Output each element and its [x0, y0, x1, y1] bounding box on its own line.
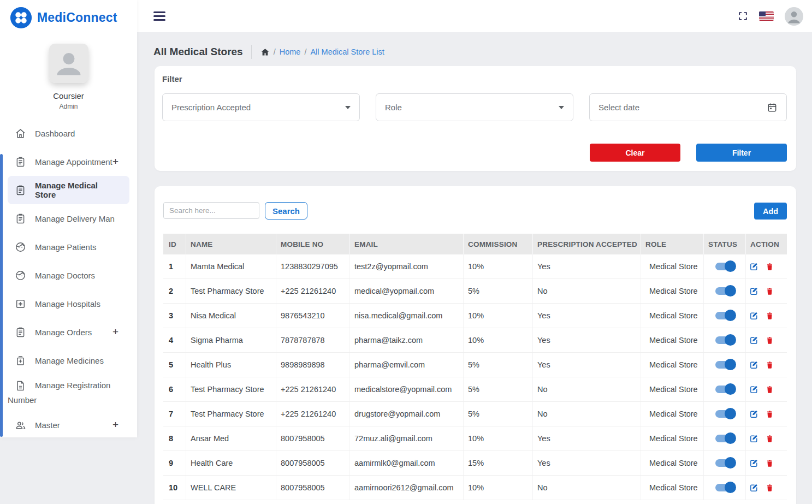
sidebar-item-manage-medical-store[interactable]: Manage Medical Store: [8, 176, 129, 204]
column-header-prescription-accepted: PRESCRIPTION ACCEPTED: [532, 234, 641, 254]
table-row: 6Test Pharmacy Store+225 21261240medical…: [163, 377, 787, 402]
breadcrumb-link-list[interactable]: All Medical Store List: [310, 48, 384, 56]
role-select[interactable]: Role: [376, 93, 573, 121]
hamburger-menu-icon[interactable]: [153, 11, 165, 23]
edit-button[interactable]: [749, 262, 758, 271]
chevron-down-icon: [345, 106, 351, 109]
edit-button[interactable]: [749, 385, 758, 394]
cell-role: Medical Store: [641, 254, 703, 278]
sidebar-item-manage-registration-number[interactable]: Manage Registration Number: [8, 375, 129, 411]
cell-role: Medical Store: [641, 353, 703, 377]
cell-prescription-accepted: Yes: [532, 451, 641, 475]
cell-prescription-accepted: Yes: [532, 328, 641, 352]
delete-button[interactable]: [766, 385, 774, 394]
expand-plus-icon: +: [112, 326, 118, 338]
add-button[interactable]: Add: [754, 203, 787, 220]
delete-button[interactable]: [766, 459, 774, 468]
table-body: 1Mamta Medical1238830297095test2z@yopmai…: [163, 254, 787, 500]
status-toggle[interactable]: [715, 410, 734, 418]
sidebar-scrollbar[interactable]: [0, 154, 3, 437]
cell-commission: 5%: [463, 377, 532, 401]
column-header-status: STATUS: [703, 234, 745, 254]
table-header-row: IDNAMEMOBILE NOEMAILCOMMISSIONPRESCRIPTI…: [163, 234, 787, 254]
sidebar-item-manage-patients[interactable]: Manage Patients: [8, 233, 129, 261]
page-title: All Medical Stores: [153, 46, 243, 58]
cell-role: Medical Store: [641, 328, 703, 352]
cell-commission: 10%: [463, 476, 532, 500]
clear-button[interactable]: Clear: [590, 144, 680, 162]
cell-action: [745, 304, 787, 328]
status-toggle[interactable]: [715, 361, 734, 369]
cell-action: [745, 328, 787, 352]
cell-email: medical@yopmail.com: [349, 279, 463, 303]
breadcrumb-link-home[interactable]: Home: [280, 48, 301, 56]
language-us-flag-icon[interactable]: [759, 11, 774, 21]
cell-name: Mamta Medical: [186, 254, 276, 278]
cell-name: Test Pharmacy Store: [186, 377, 276, 401]
sidebar-item-master[interactable]: Master+: [8, 411, 129, 439]
edit-button[interactable]: [749, 311, 758, 321]
user-avatar[interactable]: [785, 7, 803, 26]
status-toggle[interactable]: [715, 386, 734, 393]
cell-id: 3: [163, 304, 186, 328]
status-toggle[interactable]: [715, 459, 734, 467]
cell-action: [745, 279, 787, 303]
table-row: 8Ansar Med800795800572muz.ali@gmail.com1…: [163, 426, 787, 451]
cell-commission: 10%: [463, 426, 532, 450]
status-toggle[interactable]: [715, 312, 734, 319]
cell-action: [745, 377, 787, 401]
edit-button[interactable]: [749, 483, 758, 493]
delete-button[interactable]: [766, 287, 774, 296]
cell-role: Medical Store: [641, 304, 703, 328]
home-icon: [15, 128, 26, 139]
breadcrumb-separator: /: [304, 48, 306, 56]
sidebar-item-manage-orders[interactable]: Manage Orders+: [8, 318, 129, 346]
cell-status: [703, 304, 745, 328]
edit-button[interactable]: [749, 410, 758, 419]
cell-status: [703, 476, 745, 500]
cell-id: 4: [163, 328, 186, 352]
home-icon[interactable]: [260, 48, 270, 57]
delete-button[interactable]: [766, 262, 774, 271]
status-toggle[interactable]: [715, 287, 734, 295]
sidebar-item-dashboard[interactable]: Dashboard: [8, 119, 129, 147]
prescription-accepted-select[interactable]: Prescription Accepted: [162, 93, 360, 121]
medical-store-list-panel: Search Add IDNAMEMOBILE NOEMAILCOMMISSIO…: [155, 186, 796, 504]
date-picker-field[interactable]: Select date: [589, 93, 787, 121]
table-row: 4Sigma Pharma7878787878pharma@taikz.com1…: [163, 328, 787, 353]
sidebar-item-manage-hospitals[interactable]: Manage Hospitals: [8, 289, 129, 318]
breadcrumb-separator: /: [274, 48, 276, 56]
profile-name: Coursier: [0, 91, 137, 100]
edit-button[interactable]: [749, 336, 758, 345]
cell-commission: 10%: [463, 328, 532, 352]
filter-button[interactable]: Filter: [696, 144, 787, 162]
delete-button[interactable]: [766, 336, 774, 345]
status-toggle[interactable]: [715, 484, 734, 491]
edit-button[interactable]: [749, 459, 758, 468]
edit-button[interactable]: [749, 287, 758, 296]
filter-panel: Filter Prescription Accepted Role Select…: [155, 66, 796, 171]
fullscreen-icon[interactable]: [738, 11, 748, 21]
status-toggle[interactable]: [715, 435, 734, 442]
delete-button[interactable]: [766, 434, 774, 443]
cell-id: 8: [163, 426, 186, 450]
status-toggle[interactable]: [715, 263, 734, 270]
search-button[interactable]: Search: [265, 202, 307, 220]
status-toggle[interactable]: [715, 336, 734, 344]
sidebar-item-manage-doctors[interactable]: Manage Doctors: [8, 261, 129, 289]
sidebar-item-manage-appointment[interactable]: Manage Appointment+: [8, 147, 129, 176]
cell-action: [745, 353, 787, 377]
brand[interactable]: MediConnect: [0, 0, 137, 29]
edit-button[interactable]: [749, 360, 758, 370]
search-input[interactable]: [163, 202, 259, 219]
delete-button[interactable]: [766, 483, 774, 493]
sidebar-item-manage-medicines[interactable]: Manage Medicines: [8, 346, 129, 375]
delete-button[interactable]: [766, 410, 774, 419]
sidebar-item-manage-delivery-man[interactable]: Manage Delivery Man: [8, 204, 129, 233]
column-header-commission: COMMISSION: [463, 234, 532, 254]
edit-button[interactable]: [749, 434, 758, 443]
delete-button[interactable]: [766, 360, 774, 370]
cell-action: [745, 426, 787, 450]
cell-name: WELL CARE: [186, 476, 276, 500]
delete-button[interactable]: [766, 311, 774, 321]
